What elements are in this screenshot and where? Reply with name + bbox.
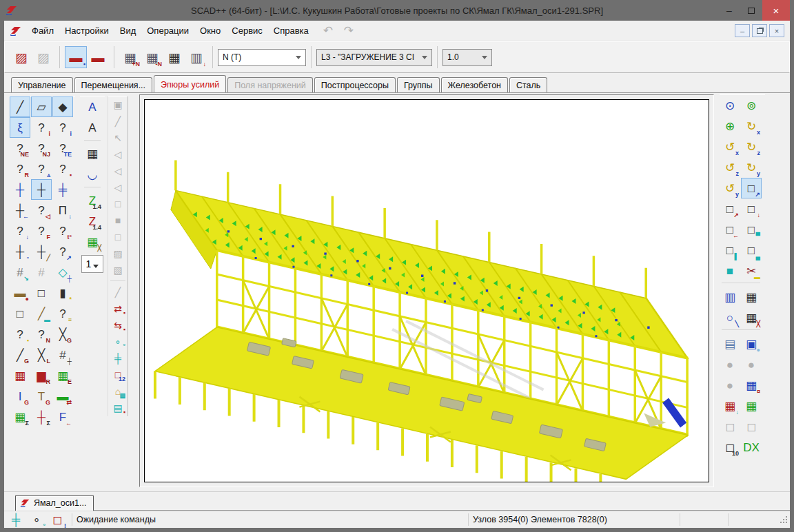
menu-operations[interactable]: Операции: [141, 23, 194, 39]
tab-reinforced-concrete[interactable]: Железобетон: [441, 77, 508, 92]
rotate-z-icon[interactable]: ↻z: [741, 136, 762, 157]
wire-cube-icon[interactable]: □: [31, 283, 52, 303]
tab-force-diagrams[interactable]: Эпюры усилий: [154, 75, 226, 92]
view-top-icon[interactable]: □↓: [741, 198, 762, 219]
face-top-icon[interactable]: □▀: [741, 219, 762, 240]
node-coords-icon[interactable]: ?▪: [52, 158, 73, 179]
minus-n-icon[interactable]: ▦-N: [141, 46, 163, 68]
frame-status-icon[interactable]: ◻!: [47, 509, 68, 530]
histogram-icon[interactable]: ▆R: [31, 365, 52, 386]
view-side-icon[interactable]: □←: [720, 219, 740, 240]
rotate-z-back-icon[interactable]: ↺z: [720, 157, 740, 178]
orbit-view-icon[interactable]: ⊚: [741, 95, 762, 116]
tab-displacements[interactable]: Перемещения...: [74, 77, 153, 92]
layers-info-icon[interactable]: ?≡: [52, 303, 73, 324]
epure-diagram-icon[interactable]: ▨: [10, 46, 32, 68]
red-grid-icon[interactable]: ▦: [10, 365, 30, 386]
distributed-load-icon[interactable]: Π↓: [52, 200, 73, 221]
menu-window[interactable]: Окно: [194, 23, 226, 39]
plate-pressure-icon[interactable]: ?N: [31, 324, 52, 345]
solid-cube-icon[interactable]: ■: [720, 260, 740, 281]
tab-postprocessors[interactable]: Постпроцессоры: [314, 77, 396, 92]
zoom-icon[interactable]: ○╲: [720, 307, 740, 328]
globe-view-icon[interactable]: ⊕: [720, 116, 740, 136]
node-number-icon[interactable]: ?NJ: [31, 138, 52, 158]
view-front-icon[interactable]: □↗: [720, 198, 740, 219]
layer-dropdown[interactable]: 1: [81, 255, 103, 273]
element-type-icon[interactable]: ?TE: [52, 138, 73, 158]
path-move-icon[interactable]: ⇆▪: [109, 317, 127, 334]
align-nodes-icon[interactable]: ╪: [52, 179, 73, 200]
frame-structure-icon[interactable]: ▦: [741, 287, 762, 307]
add-nodes-icon[interactable]: ◇┼: [52, 262, 73, 283]
resize-grip-icon[interactable]: [779, 515, 788, 524]
move-grid-icon[interactable]: #↘: [10, 262, 30, 283]
rotate-x-back-icon[interactable]: ↺x: [720, 136, 740, 157]
force-type-combo[interactable]: N (T): [218, 49, 306, 66]
roof-table-icon[interactable]: ⌂▤: [109, 383, 127, 400]
dx-export-icon[interactable]: DX: [741, 437, 762, 458]
tab-control[interactable]: Управление: [11, 77, 73, 92]
menu-file[interactable]: Файл: [26, 23, 59, 39]
minimize-button[interactable]: –: [718, 0, 740, 21]
scale-red-icon[interactable]: Z1.4: [82, 211, 103, 232]
tee-section-icon[interactable]: TG: [31, 386, 52, 407]
maximize-button[interactable]: [740, 0, 762, 21]
flange-icon[interactable]: ╪: [109, 350, 127, 367]
select-node-icon[interactable]: ┼: [31, 179, 52, 200]
full-model-icon[interactable]: ▦¤: [741, 375, 762, 396]
scale-green-icon[interactable]: Z1.4: [82, 190, 103, 211]
node-shift-icon[interactable]: ┼←: [10, 200, 30, 221]
node-info-icon[interactable]: ?i: [52, 117, 73, 138]
menu-service[interactable]: Сервис: [226, 23, 268, 39]
node-group-icon[interactable]: ╳G: [52, 324, 73, 345]
plate-flip-icon[interactable]: ▬⇄: [52, 386, 73, 407]
document-tab[interactable]: Ямал_оси1...: [15, 495, 94, 511]
mdi-close-button[interactable]: ×: [769, 24, 784, 37]
hinge-load-icon[interactable]: ?◁: [31, 200, 52, 221]
grid-ticks-icon[interactable]: #┼: [52, 345, 73, 365]
rotate-y-icon[interactable]: ↻y: [741, 157, 762, 178]
tab-steel[interactable]: Сталь: [509, 77, 547, 92]
epure-flat-icon[interactable]: ▬: [87, 46, 109, 68]
menu-view[interactable]: Вид: [114, 23, 142, 39]
node-on-element-icon[interactable]: ┼▫: [10, 241, 30, 262]
sum-nodes-icon[interactable]: ┼Σ: [31, 407, 52, 427]
tab-groups[interactable]: Группы: [397, 77, 440, 92]
node-status-icon[interactable]: ∘°: [26, 509, 47, 530]
sum-groups-icon[interactable]: ▦Σ: [10, 407, 30, 427]
plate-element-icon[interactable]: ▱: [31, 96, 52, 117]
rotate-x-icon[interactable]: ↻x: [741, 116, 762, 136]
merge-nodes-icon[interactable]: ┼: [10, 179, 30, 200]
face-front-icon[interactable]: □▄: [741, 240, 762, 260]
force-direction-icon[interactable]: F←: [52, 407, 73, 427]
cut-fragment-icon[interactable]: ✂▬: [741, 260, 762, 281]
close-button[interactable]: ×: [762, 0, 790, 21]
model-viewport[interactable]: [145, 100, 709, 482]
print-icon[interactable]: ▤: [720, 334, 740, 354]
mdi-restore-button[interactable]: [752, 24, 767, 37]
epure-color-icon[interactable]: ▬▪: [65, 46, 87, 68]
frame-grid-icon[interactable]: ▦: [163, 46, 185, 68]
cancel-fragment-icon[interactable]: ▦╳: [741, 307, 762, 328]
deformation-icon[interactable]: ◡: [82, 164, 103, 185]
node-square-icon[interactable]: ?▪: [10, 324, 30, 345]
node-divide-icon[interactable]: ┼╱: [31, 241, 52, 262]
section-view-icon[interactable]: ▬●: [10, 283, 30, 303]
numbering-icon[interactable]: □12: [109, 367, 127, 383]
local-axes-icon[interactable]: A: [82, 96, 103, 117]
bar-info-icon[interactable]: ?i: [31, 117, 52, 138]
light-room-icon[interactable]: ▮*: [52, 283, 73, 303]
mesh-colors-icon[interactable]: ▦╳: [82, 232, 103, 252]
temperature-load-icon[interactable]: ?t°: [52, 221, 73, 241]
mesh-green-icon[interactable]: ▦: [741, 396, 762, 416]
spring-support-icon[interactable]: ξ: [10, 117, 30, 138]
small-nodes-icon[interactable]: ∘°: [109, 334, 127, 350]
menu-help[interactable]: Справка: [268, 23, 314, 39]
model-canvas[interactable]: [144, 99, 709, 482]
mesh-refresh-icon[interactable]: ▦↓: [720, 396, 740, 416]
frame-view-icon[interactable]: ▦: [82, 143, 103, 164]
steel-ibeam-icon[interactable]: IG: [10, 386, 30, 407]
flange-status-icon[interactable]: ╪: [6, 509, 26, 530]
plus-n-icon[interactable]: ▦+N: [119, 46, 141, 68]
